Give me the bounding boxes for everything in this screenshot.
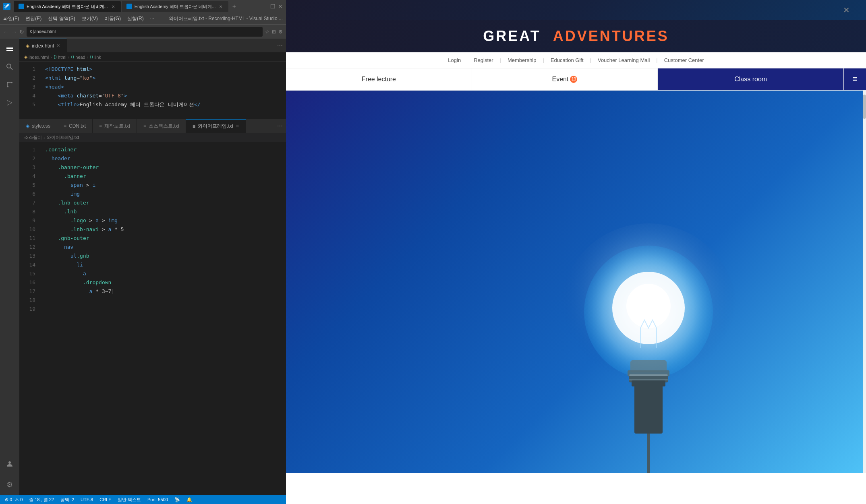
statusbar-liveserver[interactable]: 📡 [174,497,180,502]
site-close-button[interactable]: ✕ [843,5,850,15]
svg-point-4 [7,86,8,87]
editor-top: ◈ index.html ✕ ⋯ ◈ index.html › [19,39,286,119]
statusbar-eol[interactable]: CRLF [99,497,111,502]
run-icon[interactable]: ▷ [2,95,17,109]
nav-class-room[interactable]: Class room [658,68,844,90]
nav-education-gift[interactable]: Education Gift [544,57,590,63]
bulb-illustration [528,199,769,473]
wireframe-actions-button[interactable]: ⋯ [277,123,283,129]
nav-login[interactable]: Login [441,57,467,63]
refresh-button[interactable]: ↻ [19,29,24,35]
wireframe-text[interactable]: .container header .banner-outer .banner … [40,142,286,495]
editor-bottom: ◈ style.css ≡ CDN.txt ≡ 제작노트.txt ≡ 소스텍스트… [19,119,286,495]
star-icon[interactable]: ☆ [265,29,269,35]
sub-breadcrumb-file: 와이어프레임.txt [47,134,79,140]
gear-icon[interactable]: ⚙ [2,477,17,492]
svg-rect-21 [629,379,668,380]
window-title: 와이어프레임.txt - Recording-HTML - Visual Stu… [169,15,283,22]
url-input[interactable]: 이/index.html [27,27,263,37]
line-numbers-wireframe: 1 2 3 4 5 6 7 8 9 10 11 12 13 14 [19,142,40,495]
tab-label-cdn: CDN.txt [69,123,86,129]
site-top-nav: Login Register | Membership | Education … [286,52,866,68]
page-scrollbar[interactable] [863,91,866,473]
tab-label-style: style.css [32,123,50,129]
nav-event[interactable]: Event 13 [472,68,658,90]
nav-customer-center[interactable]: Customer Center [658,57,711,63]
minimize-button[interactable]: — [262,3,268,10]
statusbar: ⊗ 0 ⚠ 0 줄 18 , 열 22 공백: 2 UTF-8 CRLF 일반 … [0,495,286,504]
account-icon[interactable] [2,456,17,471]
explorer-icon[interactable] [2,42,17,56]
source-control-icon[interactable] [2,77,17,92]
html-breadcrumb-icon: ◈ [24,54,27,60]
menu-view[interactable]: 보기(V) [82,15,98,22]
txt-file-icon: ≡ [64,123,66,129]
menu-bar: 파일(F) 편집(E) 선택 영역(S) 보기(V) 이동(G) 실행(R) ·… [0,13,286,24]
tab-label-source: 소스텍스트.txt [149,123,179,130]
statusbar-language[interactable]: 일반 텍스트 [118,497,141,503]
editor-tab-notes[interactable]: ≡ 제작노트.txt [93,119,137,133]
menu-more[interactable]: ··· [150,16,154,21]
search-icon[interactable] [2,60,17,74]
vscode-addressbar: ← → ↻ 이/index.html ☆ ⊞ ⚙ [0,24,286,39]
browser-tab-1[interactable]: English Academy 헤더 드롭다운 네비게... ✕ [14,1,121,12]
svg-point-7 [8,461,11,464]
tab-close-index[interactable]: ✕ [56,43,60,48]
activity-bar: ▷ ⚙ [0,39,19,495]
svg-point-11 [626,284,671,328]
maximize-button[interactable]: ❐ [270,3,276,10]
code-text-index[interactable]: <!DOCTYPE html> <html lang="ko"> <head> … [40,62,286,119]
statusbar-bell[interactable]: 🔔 [186,497,192,502]
editor-tab-wireframe[interactable]: ≡ 와이어프레임.txt ✕ [186,119,246,133]
browser-panel: ✕ GREAT ADVENTURES Login Register | Memb… [286,0,866,504]
tab-close-2[interactable]: ✕ [218,4,224,9]
spaces-count: 2 [72,497,74,502]
statusbar-position[interactable]: 줄 18 , 열 22 [29,497,54,503]
warning-count: 0 [20,497,23,502]
site-logo: GREAT ADVENTURES [483,28,669,45]
editor-tab-cdn[interactable]: ≡ CDN.txt [57,119,93,133]
nav-membership[interactable]: Membership [501,57,543,63]
menu-run[interactable]: 실행(R) [127,15,144,22]
sub-breadcrumb-folder: 소스폴더 [24,134,42,140]
tab-favicon-2 [126,4,132,9]
editor-tab-style[interactable]: ◈ style.css [19,119,57,133]
menu-file[interactable]: 파일(F) [3,15,19,22]
menu-selection[interactable]: 선택 영역(S) [48,15,75,22]
source-file-icon: ≡ [143,123,146,129]
nav-voucher[interactable]: Voucher Learning Mail [591,57,656,63]
breadcrumb-top: ◈ index.html › ⟨⟩ html › ⟨⟩ head › [19,53,286,62]
editor-tab-index-html[interactable]: ◈ index.html ✕ [19,39,67,53]
close-window-button[interactable]: ✕ [278,3,283,10]
statusbar-errors[interactable]: ⊗ 0 ⚠ 0 [5,497,23,502]
back-button[interactable]: ← [3,29,9,35]
browser-tab-group: English Academy 헤더 드롭다운 네비게... ✕ English… [14,1,239,12]
logo-great: GREAT [483,28,541,44]
statusbar-port[interactable]: Port: 5500 [147,497,168,502]
scrollbar-thumb[interactable] [863,95,866,119]
warning-icon: ⚠ [15,497,19,502]
tab-close-1[interactable]: ✕ [110,4,116,9]
class-room-label: Class room [734,76,767,83]
vscode-panel: English Academy 헤더 드롭다운 네비게... ✕ English… [0,0,286,504]
wireframe-tab-close[interactable]: ✕ [236,124,239,129]
extensions-icon[interactable]: ⊞ [272,29,276,35]
editor-tab-source[interactable]: ≡ 소스텍스트.txt [137,119,186,133]
nav-register[interactable]: Register [467,57,499,63]
split-editor-button[interactable]: ⋯ [277,42,283,49]
statusbar-spaces[interactable]: 공백: 2 [60,497,74,503]
menu-goto[interactable]: 이동(G) [104,15,121,22]
svg-point-0 [7,64,11,68]
menu-edit[interactable]: 편집(E) [25,15,41,22]
editor-tabs-top: ◈ index.html ✕ ⋯ [19,39,286,53]
statusbar-encoding[interactable]: UTF-8 [81,497,93,502]
breadcrumb-file: ◈ index.html [24,54,49,60]
forward-button[interactable]: → [11,29,17,35]
browser-tab-2[interactable]: English Academy 헤더 드롭다운 네비게... ✕ [122,1,229,12]
nav-free-lecture[interactable]: Free lecture [286,68,472,90]
hamburger-menu-button[interactable]: ≡ [844,68,866,90]
svg-rect-20 [629,374,668,376]
new-tab-button[interactable]: + [229,2,239,11]
settings-icon[interactable]: ⚙ [278,29,283,35]
tab-label-2: English Academy 헤더 드롭다운 네비게... [135,4,216,10]
